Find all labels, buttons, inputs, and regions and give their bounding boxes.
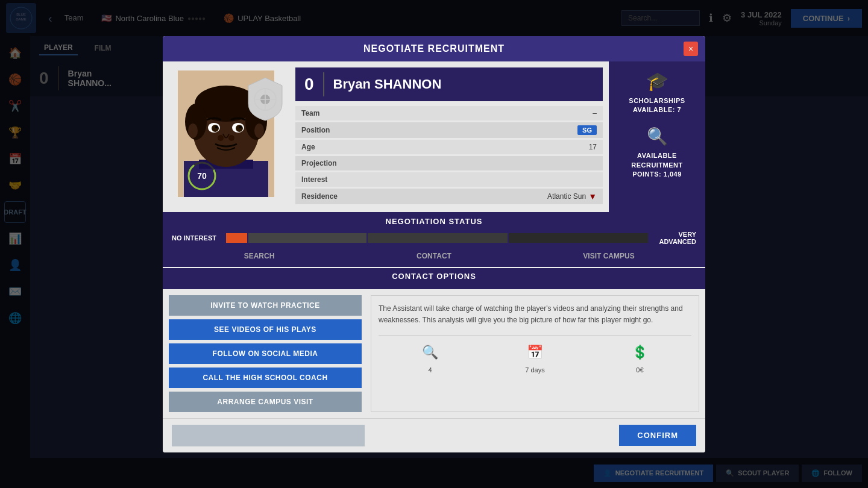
- player-number: 0: [304, 75, 314, 94]
- info-icon-money: 💲 0€: [632, 342, 648, 376]
- contact-body: INVITE TO WATCH PRACTICE SEE VIDEOS OF H…: [163, 289, 705, 418]
- team-shield: [247, 77, 283, 124]
- residence-value: Atlantic Sun: [547, 192, 586, 201]
- residence-dropdown-arrow-icon: ▼: [588, 192, 597, 201]
- bar-visit-segment: [509, 233, 648, 243]
- negotiation-status-section: NEGOTIATION STATUS NO INTEREST VERYADVAN…: [163, 212, 705, 267]
- very-advanced-label: VERYADVANCED: [654, 231, 696, 245]
- confirm-button[interactable]: CONFIRM: [619, 425, 696, 446]
- residence-stat-row: Residence Atlantic Sun ▼: [295, 189, 603, 204]
- negotiation-bar-row: NO INTEREST VERYADVANCED: [172, 231, 696, 245]
- confirm-placeholder: [172, 425, 365, 446]
- arrange-visit-label: ARRANGE CAMPUS VISIT: [217, 398, 313, 406]
- team-stat-row: Team –: [295, 106, 603, 120]
- arrange-visit-button: ARRANGE CAMPUS VISIT: [169, 392, 362, 412]
- position-label: Position: [301, 126, 577, 134]
- see-videos-button[interactable]: SEE VIDEOS OF HIS PLAYS: [169, 319, 362, 340]
- player-stats-section: 0 Bryan SHANNON Team – Position SG: [289, 61, 609, 212]
- id-divider: [323, 72, 324, 96]
- scholarships-box: 🎓 SCHOLARSHIPSAVAILABLE: 7: [629, 70, 685, 115]
- negotiation-title: NEGOTIATION STATUS: [172, 217, 696, 226]
- days-value: 7 days: [525, 365, 544, 376]
- info-icon-search: 🔍 4: [422, 342, 438, 376]
- no-interest-label: NO INTEREST: [172, 234, 220, 242]
- recruitment-icon: 🔍: [631, 127, 683, 146]
- player-avatar-section: 70: [163, 61, 289, 212]
- age-stat-row: Age 17: [295, 140, 603, 154]
- scholarship-icon: 🎓: [629, 70, 685, 92]
- info-text: The Assistant will take charge of watchi…: [379, 303, 691, 326]
- residence-dropdown[interactable]: Atlantic Sun ▼: [547, 192, 597, 201]
- scholarships-section: 🎓 SCHOLARSHIPSAVAILABLE: 7 🔍 AVAILABLERE…: [609, 61, 705, 212]
- cost-value: 0€: [636, 365, 643, 376]
- call-coach-label: CALL THE HIGH SCHOOL COACH: [203, 374, 327, 382]
- contact-options-title: CONTACT OPTIONS: [172, 272, 696, 281]
- age-value: 17: [589, 143, 597, 151]
- follow-social-button[interactable]: FOLLOW ON SOCIAL MEDIA: [169, 343, 362, 364]
- step-visit-campus: VISIT CAMPUS: [521, 250, 696, 262]
- svg-point-13: [212, 125, 219, 132]
- negotiate-recruitment-modal: NEGOTIATE RECRUITMENT ×: [163, 36, 705, 452]
- info-panel-container: The Assistant will take charge of watchi…: [371, 295, 699, 412]
- team-value: –: [593, 109, 597, 117]
- info-icons-row: 🔍 4 📅 7 days 💲 0€: [379, 335, 691, 376]
- residence-label: Residence: [301, 192, 547, 201]
- confirm-section: CONFIRM: [163, 418, 705, 452]
- modal-header: NEGOTIATE RECRUITMENT ×: [163, 36, 705, 61]
- calendar-icon: 📅: [527, 342, 543, 363]
- bar-filled-segment: [226, 233, 247, 243]
- svg-text:70: 70: [197, 171, 207, 181]
- svg-point-17: [218, 135, 224, 141]
- player-first-name: Bryan: [333, 77, 371, 92]
- team-label: Team: [301, 109, 593, 117]
- age-label: Age: [301, 143, 589, 151]
- invite-practice-button: INVITE TO WATCH PRACTICE: [169, 295, 362, 316]
- search-count: 4: [429, 365, 432, 376]
- bar-contact-segment: [368, 233, 507, 243]
- step-search: SEARCH: [172, 250, 347, 262]
- call-coach-button[interactable]: CALL THE HIGH SCHOOL COACH: [169, 368, 362, 388]
- search-icon: 🔍: [422, 342, 438, 363]
- svg-point-20: [254, 124, 264, 138]
- player-id-bar: 0 Bryan SHANNON: [295, 67, 603, 101]
- info-panel: The Assistant will take charge of watchi…: [371, 295, 699, 412]
- svg-point-19: [188, 124, 198, 138]
- avatar-container: 70: [178, 70, 274, 199]
- position-stat-row: Position SG: [295, 122, 603, 138]
- step-contact: CONTACT: [347, 250, 521, 262]
- modal-body-top: 70: [163, 61, 705, 212]
- svg-point-18: [228, 135, 234, 141]
- money-icon: 💲: [632, 342, 648, 363]
- contact-buttons-list: INVITE TO WATCH PRACTICE SEE VIDEOS OF H…: [169, 295, 362, 412]
- info-icon-calendar: 📅 7 days: [525, 342, 544, 376]
- projection-label: Projection: [301, 159, 597, 167]
- negotiation-steps: SEARCH CONTACT VISIT CAMPUS: [172, 250, 696, 262]
- recruitment-label: AVAILABLERECRUITMENTPOINTS: 1,049: [631, 151, 683, 179]
- bar-search-segment: [248, 233, 367, 243]
- projection-stat-row: Projection: [295, 156, 603, 170]
- negotiation-bar: [226, 233, 648, 243]
- contact-options-section: CONTACT OPTIONS: [163, 268, 705, 289]
- svg-point-14: [236, 125, 243, 132]
- position-badge: SG: [577, 125, 597, 135]
- invite-practice-label: INVITE TO WATCH PRACTICE: [210, 301, 320, 310]
- svg-point-15: [215, 126, 218, 128]
- modal-title: NEGOTIATE RECRUITMENT: [363, 43, 505, 54]
- follow-social-label: FOLLOW ON SOCIAL MEDIA: [213, 349, 318, 358]
- scholarship-label: SCHOLARSHIPSAVAILABLE: 7: [629, 96, 685, 115]
- interest-label: Interest: [301, 175, 597, 184]
- player-last-name: SHANNON: [374, 77, 441, 92]
- see-videos-label: SEE VIDEOS OF HIS PLAYS: [214, 325, 316, 334]
- player-full-name: Bryan SHANNON: [333, 77, 442, 92]
- interest-stat-row: Interest: [295, 172, 603, 187]
- recruitment-points-box: 🔍 AVAILABLERECRUITMENTPOINTS: 1,049: [631, 127, 683, 179]
- modal-close-button[interactable]: ×: [684, 42, 698, 56]
- modal-overlay: NEGOTIATE RECRUITMENT ×: [0, 0, 868, 488]
- svg-point-16: [239, 126, 242, 128]
